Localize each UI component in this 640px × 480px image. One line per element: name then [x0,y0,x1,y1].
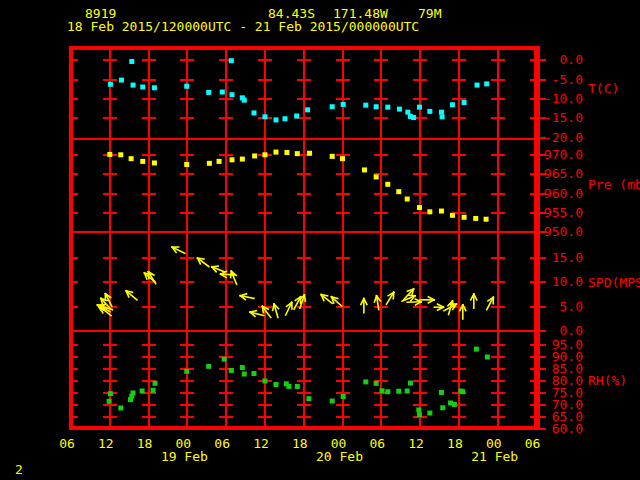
svg-text:06: 06 [525,436,541,451]
x-axis-labels: 0612180006121800061218000619 Feb20 Feb21… [59,436,540,464]
svg-text:970.0: 970.0 [544,147,583,162]
svg-text:5.0: 5.0 [560,299,583,314]
svg-text:06: 06 [370,436,386,451]
svg-text:60.0: 60.0 [552,421,583,436]
wind_speed-series [97,247,493,319]
svg-text:20 Feb: 20 Feb [316,449,363,464]
svg-text:18: 18 [447,436,463,451]
svg-text:950.0: 950.0 [544,224,583,239]
svg-text:06: 06 [214,436,230,451]
page-number: 2 [15,463,23,476]
svg-text:-15.0: -15.0 [544,110,583,125]
panel-label-pressure: Pre (mb) [588,177,640,192]
temperature-series [108,58,489,122]
svg-text:960.0: 960.0 [544,186,583,201]
grid [71,50,546,430]
svg-text:15.0: 15.0 [552,250,583,265]
svg-text:19 Feb: 19 Feb [161,449,208,464]
svg-text:955.0: 955.0 [544,205,583,220]
svg-text:12: 12 [98,436,114,451]
svg-text:21 Feb: 21 Feb [471,449,518,464]
svg-text:-10.0: -10.0 [544,91,583,106]
svg-text:18: 18 [137,436,153,451]
panel-label-temperature: T(C) [588,81,619,96]
meteogram-canvas: 0.0-5.0-10.0-15.0-20.0T(C)970.0965.0960.… [0,0,640,480]
svg-text:10.0: 10.0 [552,274,583,289]
panel-label-relative_humidity: RH(%) [588,373,627,388]
svg-text:0.0: 0.0 [560,52,583,67]
svg-text:06: 06 [59,436,75,451]
y-axis-labels: 0.0-5.0-10.0-15.0-20.0T(C)970.0965.0960.… [544,52,640,435]
svg-text:18: 18 [292,436,308,451]
svg-text:-5.0: -5.0 [552,72,583,87]
svg-text:12: 12 [253,436,269,451]
svg-text:12: 12 [408,436,424,451]
panel-label-wind_speed: SPD(MPS) [588,275,640,290]
pressure-series [107,150,488,222]
meteogram-screen: 8919 84.43S 171.48W 79M 18 Feb 2015/1200… [0,0,640,480]
svg-text:-20.0: -20.0 [544,130,583,145]
svg-text:965.0: 965.0 [544,166,583,181]
